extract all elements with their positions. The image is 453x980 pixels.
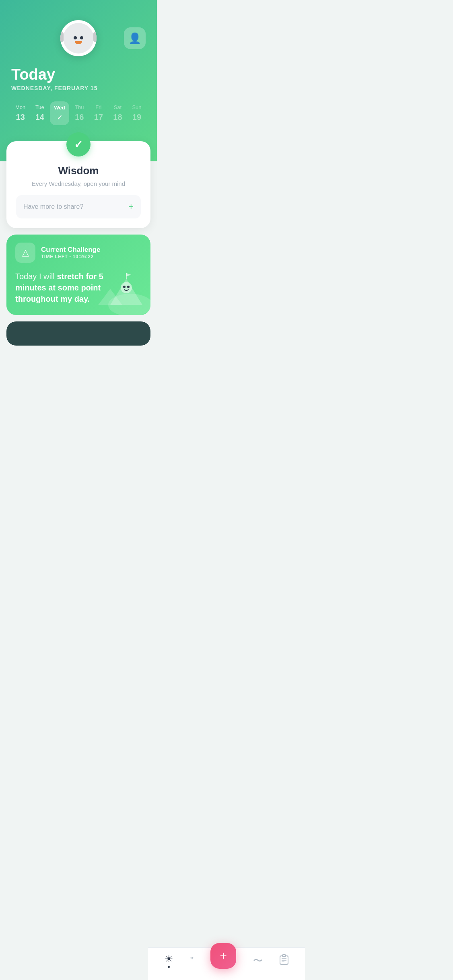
challenge-card[interactable]: △ Current Challenge TIME LEFT - 10:26:22… [6, 235, 150, 315]
check-icon: ✓ [74, 138, 83, 151]
wisdom-title: Wisdom [16, 165, 141, 177]
day-fri[interactable]: Fri 17 [90, 101, 107, 125]
robot-avatar [60, 20, 97, 56]
day-sun[interactable]: Sun 19 [128, 101, 146, 125]
top-row: 👤 [11, 20, 146, 56]
challenge-icon-bg: △ [15, 243, 35, 263]
today-label: Today [11, 66, 146, 83]
day-tue[interactable]: Tue 14 [31, 101, 49, 125]
week-row: Mon 13 Tue 14 Wed ✓ Thu 16 Fri 17 Sat 18… [11, 101, 146, 125]
day-sat[interactable]: Sat 18 [109, 101, 126, 125]
mountain-icon: △ [22, 247, 29, 258]
wisdom-plus-button[interactable]: + [128, 202, 134, 212]
main-content: ✓ Wisdom Every Wednesday, open your mind… [0, 141, 157, 392]
challenge-header: △ Current Challenge TIME LEFT - 10:26:22 [15, 243, 142, 263]
date-label: WEDNESDAY, FEBRUARY 15 [11, 85, 146, 91]
robot-mouth [75, 41, 82, 44]
robot-ear-left [60, 32, 64, 42]
challenge-timer: TIME LEFT - 10:26:22 [41, 254, 100, 259]
profile-button[interactable]: 👤 [124, 27, 146, 49]
robot-ear-right [93, 32, 97, 42]
mountain-illustration [86, 267, 150, 315]
wisdom-subtitle: Every Wednesday, open your mind [16, 180, 141, 187]
robot-eye-left [74, 36, 77, 39]
day-wed[interactable]: Wed ✓ [50, 101, 69, 125]
profile-icon: 👤 [128, 32, 141, 45]
svg-point-3 [127, 286, 130, 288]
robot-eye-right [80, 36, 83, 39]
wisdom-input-row[interactable]: Have more to share? + [16, 195, 141, 218]
challenge-meta: Current Challenge TIME LEFT - 10:26:22 [41, 246, 100, 259]
dark-card-hint [6, 321, 150, 346]
svg-point-2 [123, 286, 126, 288]
day-mon[interactable]: Mon 13 [11, 101, 29, 125]
wisdom-card: ✓ Wisdom Every Wednesday, open your mind… [6, 141, 150, 228]
day-thu[interactable]: Thu 16 [70, 101, 88, 125]
robot-eyes [74, 36, 83, 39]
svg-point-1 [121, 282, 132, 293]
wisdom-input-placeholder: Have more to share? [23, 203, 83, 210]
challenge-title: Current Challenge [41, 246, 100, 254]
wisdom-check-circle: ✓ [66, 132, 91, 156]
